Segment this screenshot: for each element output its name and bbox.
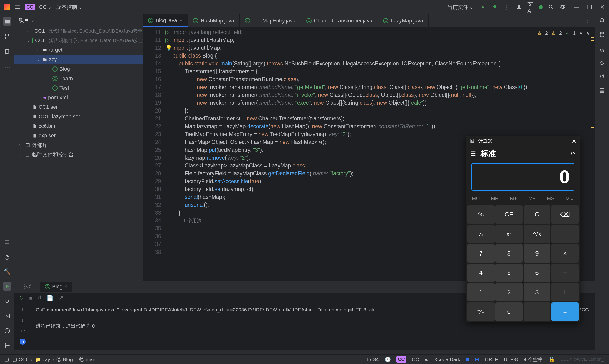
tree-item[interactable]: CBlog xyxy=(14,64,143,74)
maven-icon[interactable]: m xyxy=(599,46,604,53)
build-tool-icon[interactable]: 🔨 xyxy=(3,267,12,276)
scroll-up-icon[interactable]: ↑ xyxy=(21,306,24,312)
tree-item[interactable]: ›临时文件和控制台 xyxy=(14,150,143,159)
calc-btn-⌫[interactable]: ⌫ xyxy=(551,205,579,224)
minimize-icon[interactable]: — xyxy=(573,4,580,10)
export-icon[interactable]: ↗ xyxy=(59,295,64,301)
calc-btn-1[interactable]: 1 xyxy=(467,283,494,302)
database-icon[interactable] xyxy=(599,31,605,39)
rerun-icon[interactable]: ↻ xyxy=(19,295,24,301)
prev-highlight-icon[interactable]: ∧ xyxy=(579,30,583,36)
project-header[interactable]: 项目 ⌄ xyxy=(14,14,143,26)
breadcrumb-item[interactable]: 📁 zzy xyxy=(35,357,50,362)
search-icon[interactable] xyxy=(548,4,554,10)
clock-icon[interactable]: 🕐 xyxy=(384,357,391,362)
calculator-window[interactable]: 🖩 计算器 — ☐ ✕ ☰ 标准 ↺ 0 MCMRM+M−MSM⌄ %CEC⌫¹… xyxy=(466,136,580,322)
editor-tab[interactable]: CTiedMapEntry.java xyxy=(240,14,301,27)
calc-btn-=[interactable]: = xyxy=(551,302,579,321)
more-tools-icon[interactable]: ⋯ xyxy=(3,63,12,71)
code-with-me-icon[interactable] xyxy=(516,4,522,10)
status-indent[interactable]: 4 个空格 xyxy=(524,356,543,363)
vcs-dropdown[interactable]: 版本控制 ⌄ xyxy=(56,4,82,11)
line-gutter[interactable]: 1111121314151617181920212223242526272829… xyxy=(143,27,165,281)
coverage-icon[interactable]: ⟳ xyxy=(600,60,605,67)
status-enc[interactable]: UTF-8 xyxy=(504,357,518,362)
tree-item[interactable]: ⌄zzy xyxy=(14,55,143,64)
breadcrumb-item[interactable]: Ⓒ Blog xyxy=(56,356,73,363)
calc-memory-btn[interactable]: M⌄ xyxy=(566,195,574,201)
run-icon[interactable] xyxy=(479,4,486,10)
calc-btn-CE[interactable]: CE xyxy=(495,205,523,224)
calc-memory-btn[interactable]: M− xyxy=(528,195,535,201)
calc-menu-icon[interactable]: ☰ xyxy=(471,150,476,157)
status-ln[interactable]: CRLF xyxy=(485,357,498,362)
calc-btn-¹⁄ₓ[interactable]: ¹⁄ₓ xyxy=(467,225,494,243)
tabs-more-icon[interactable]: ⋮ xyxy=(584,17,590,24)
calc-btn-4[interactable]: 4 xyxy=(467,264,494,282)
next-highlight-icon[interactable]: ∨ xyxy=(586,30,590,36)
editor-tab[interactable]: CHashMap.java xyxy=(188,14,240,27)
run-tab-config[interactable]: C Blog × xyxy=(40,282,72,292)
editor-tab[interactable]: CLazyMap.java xyxy=(378,14,429,27)
debug-icon[interactable] xyxy=(492,4,498,10)
more-actions-icon[interactable]: ⋮ xyxy=(504,4,510,10)
bookmarks-tool-icon[interactable] xyxy=(3,48,12,56)
print-icon[interactable]: 📄 xyxy=(46,295,53,301)
status-branch-label[interactable]: CC xyxy=(412,357,419,362)
scroll-down-icon[interactable]: ↓ xyxy=(21,317,24,323)
calc-memory-btn[interactable]: MR xyxy=(491,195,499,201)
project-tree[interactable]: ›CC1源代码根目录, E:\Code_Data\IDEA\Java安全⌄CC6… xyxy=(14,26,143,276)
calculator-titlebar[interactable]: 🖩 计算器 — ☐ ✕ xyxy=(466,136,580,146)
calc-btn-⁺⁄₋[interactable]: ⁺⁄₋ xyxy=(467,302,494,321)
problems-tool-icon[interactable] xyxy=(3,326,12,335)
calc-history-icon[interactable]: ↺ xyxy=(571,150,575,157)
calc-btn-9[interactable]: 9 xyxy=(524,244,551,263)
structure-tool-icon[interactable] xyxy=(3,32,12,41)
calc-btn-8[interactable]: 8 xyxy=(495,244,523,263)
calc-btn-0[interactable]: 0 xyxy=(495,302,523,321)
project-tool-icon[interactable] xyxy=(3,17,12,26)
breadcrumbs[interactable]: ▢ CC6›📁 zzy›Ⓒ Blog›ⓜ main xyxy=(12,356,96,363)
stop-icon[interactable]: ■ xyxy=(29,295,33,301)
project-dropdown[interactable]: CC ⌄ xyxy=(39,4,52,10)
settings-icon[interactable] xyxy=(559,4,566,10)
terminal-tool-icon[interactable] xyxy=(3,312,12,320)
vcs-tool-icon[interactable] xyxy=(3,341,12,350)
calc-btn-2[interactable]: 2 xyxy=(495,283,523,302)
profiler-tool-icon[interactable]: ◔ xyxy=(3,253,12,261)
editor-tab[interactable]: CChainedTransformer.java xyxy=(301,14,378,27)
calc-btn-−[interactable]: − xyxy=(551,264,579,282)
todo-tool-icon[interactable] xyxy=(3,238,12,247)
tree-item[interactable]: ›target xyxy=(14,45,143,55)
gutter-icons[interactable]: ▷▷💡 xyxy=(165,27,172,281)
tree-item[interactable]: ⌄CC6源代码根目录, E:\Code_Data\IDEA\Java安全学 xyxy=(14,36,143,45)
tree-item[interactable]: CC1_lazymap.ser xyxy=(14,112,143,121)
calc-btn-C[interactable]: C xyxy=(524,205,551,224)
endpoints-icon[interactable]: ▤ xyxy=(599,87,605,93)
marker-strip[interactable] xyxy=(590,27,595,281)
calc-btn-÷[interactable]: ÷ xyxy=(551,225,579,243)
translate-icon[interactable]: 文A xyxy=(527,4,534,10)
calc-memory-btn[interactable]: MS xyxy=(547,195,555,201)
calc-memory-btn[interactable]: M+ xyxy=(510,195,517,201)
status-maven-icon[interactable]: m xyxy=(425,356,428,362)
calc-maximize-icon[interactable]: ☐ xyxy=(559,138,565,145)
tree-item[interactable]: CLearn xyxy=(14,74,143,83)
editor-tab[interactable]: CBlog.java× xyxy=(143,14,188,27)
hide-panel-icon[interactable]: ▢ xyxy=(4,357,9,362)
tree-item[interactable]: CC1.ser xyxy=(14,102,143,112)
tree-item[interactable]: exp.ser xyxy=(14,131,143,140)
calc-btn-3[interactable]: 3 xyxy=(524,283,551,302)
calc-btn-×[interactable]: × xyxy=(551,244,579,263)
calc-btn-7[interactable]: 7 xyxy=(467,244,494,263)
maximize-icon[interactable]: ❐ xyxy=(586,4,593,10)
tree-item[interactable]: ›外部库 xyxy=(14,140,143,150)
run-tab-run[interactable]: 运行 xyxy=(19,281,39,292)
screenshot-icon[interactable]: ⎙ xyxy=(38,295,41,301)
run-tool-icon[interactable] xyxy=(3,282,12,291)
tree-item[interactable]: ›CC1源代码根目录, E:\Code_Data\IDEA\Java安全 xyxy=(14,26,143,36)
history-icon[interactable]: ↺ xyxy=(600,73,605,80)
breadcrumb-item[interactable]: ▢ CC6 xyxy=(12,357,28,362)
tree-item[interactable]: mpom.xml xyxy=(14,93,143,102)
main-menu-icon[interactable] xyxy=(14,4,21,10)
